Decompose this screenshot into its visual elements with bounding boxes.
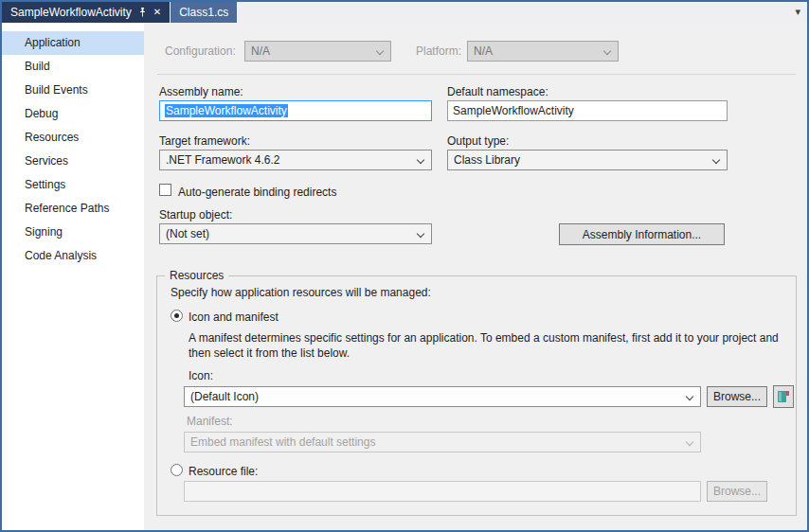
sidebar: Application Build Build Events Debug Res… (2, 23, 144, 530)
resources-group-title: Resources (165, 269, 228, 282)
manifest-help-text: A manifest determines specific settings … (189, 330, 780, 361)
resource-file-label[interactable]: Resource file: (189, 465, 258, 478)
configuration-label: Configuration: (165, 44, 236, 58)
assembly-name-input[interactable]: SampleWorkflowActivity (159, 100, 432, 121)
chevron-down-icon (712, 156, 720, 164)
application-settings-panel: Configuration: N/A Platform: N/A Assembl… (144, 23, 807, 530)
chevron-down-icon (686, 438, 693, 446)
tab-class1-cs[interactable]: Class1.cs (171, 2, 237, 23)
platform-select: N/A (467, 41, 619, 62)
tab-sampleworkflowactivity[interactable]: SampleWorkflowActivity ✕ (2, 2, 170, 23)
platform-label: Platform: (416, 44, 461, 58)
resources-description: Specify how application resources will b… (171, 286, 431, 299)
chevron-down-icon (417, 230, 424, 238)
resource-file-radio[interactable] (171, 464, 183, 476)
assembly-name-selected-text: SampleWorkflowActivity (165, 104, 288, 117)
chevron-down-icon (376, 47, 384, 55)
tab-label: SampleWorkflowActivity (10, 6, 132, 19)
assembly-information-button[interactable]: Assembly Information... (559, 223, 725, 245)
platform-value: N/A (474, 44, 493, 58)
sidebar-item-application[interactable]: Application (2, 31, 144, 55)
sidebar-item-build[interactable]: Build (2, 55, 144, 79)
output-type-label: Output type: (447, 134, 509, 148)
target-framework-label: Target framework: (159, 134, 250, 148)
icon-select[interactable]: (Default Icon) (184, 386, 701, 407)
chevron-down-icon (603, 47, 611, 55)
close-icon[interactable]: ✕ (153, 8, 161, 17)
configuration-select: N/A (244, 41, 391, 62)
target-framework-value: .NET Framework 4.6.2 (166, 153, 279, 167)
icon-browse-button[interactable]: Browse... (707, 386, 767, 407)
section-divider (157, 74, 796, 75)
resource-file-input (184, 481, 701, 502)
icon-and-manifest-label[interactable]: Icon and manifest (189, 310, 279, 324)
pin-icon[interactable] (138, 8, 147, 18)
startup-object-value: (Not set) (166, 227, 209, 240)
sidebar-item-signing[interactable]: Signing (2, 221, 144, 244)
sidebar-item-build-events[interactable]: Build Events (2, 79, 144, 102)
sidebar-item-debug[interactable]: Debug (2, 102, 144, 126)
assembly-name-label: Assembly name: (159, 85, 243, 98)
resource-file-browse-button: Browse... (707, 481, 767, 502)
resources-groupbox: Specify how application resources will b… (156, 275, 797, 516)
chevron-down-icon (417, 156, 424, 164)
output-type-value: Class Library (454, 153, 520, 167)
default-icon-image (777, 390, 790, 403)
auto-generate-binding-redirects-label[interactable]: Auto-generate binding redirects (178, 186, 336, 199)
icon-value: (Default Icon) (190, 390, 259, 403)
output-type-select[interactable]: Class Library (447, 150, 728, 170)
startup-object-label: Startup object: (159, 208, 232, 222)
icon-preview-button[interactable] (773, 385, 794, 408)
tab-label: Class1.cs (179, 6, 228, 19)
project-properties-window: SampleWorkflowActivity ✕ Class1.cs ▾ App… (0, 0, 809, 532)
manifest-select: Embed manifest with default settings (184, 432, 701, 452)
chevron-down-icon (686, 393, 693, 400)
manifest-label: Manifest: (187, 415, 233, 428)
document-tab-bar: SampleWorkflowActivity ✕ Class1.cs ▾ (2, 2, 807, 23)
sidebar-item-services[interactable]: Services (2, 150, 144, 173)
properties-body: Application Build Build Events Debug Res… (2, 23, 807, 530)
sidebar-item-resources[interactable]: Resources (2, 126, 144, 150)
sidebar-item-code-analysis[interactable]: Code Analysis (2, 244, 144, 268)
icon-and-manifest-radio[interactable] (171, 310, 183, 322)
configuration-value: N/A (251, 44, 270, 58)
sidebar-item-reference-paths[interactable]: Reference Paths (2, 197, 144, 221)
sidebar-item-settings[interactable]: Settings (2, 173, 144, 197)
tab-overflow-icon[interactable]: ▾ (795, 5, 800, 18)
target-framework-select[interactable]: .NET Framework 4.6.2 (159, 150, 432, 170)
icon-label: Icon: (189, 369, 213, 382)
default-namespace-label: Default namespace: (447, 85, 548, 98)
manifest-value: Embed manifest with default settings (190, 435, 375, 449)
startup-object-select[interactable]: (Not set) (159, 223, 432, 244)
default-namespace-input[interactable] (447, 100, 728, 121)
auto-generate-binding-redirects-checkbox[interactable] (159, 184, 171, 196)
